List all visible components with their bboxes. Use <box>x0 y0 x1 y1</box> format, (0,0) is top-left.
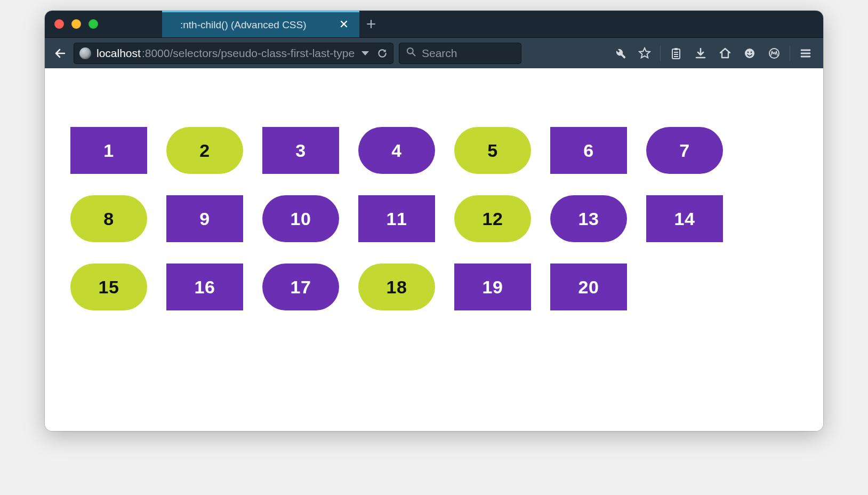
addon-icon[interactable] <box>764 43 784 63</box>
grid-box: 13 <box>550 195 627 242</box>
history-dropdown-icon[interactable] <box>361 50 369 57</box>
svg-rect-2 <box>674 48 678 50</box>
page-content: 1234567891011121314151617181920 <box>45 68 823 431</box>
home-icon[interactable] <box>715 43 735 63</box>
grid-box: 5 <box>454 127 531 174</box>
close-tab-button[interactable] <box>340 19 348 30</box>
clipboard-icon[interactable] <box>666 43 686 63</box>
reload-icon[interactable] <box>377 48 388 59</box>
browser-tab[interactable]: :nth-child() (Advanced CSS) <box>162 11 359 37</box>
downloads-icon[interactable] <box>690 43 711 63</box>
grid-box: 11 <box>358 195 435 242</box>
toolbar-divider <box>790 45 790 61</box>
svg-point-5 <box>751 51 752 53</box>
url-path: :8000/selectors/pseudo-class-first-last-… <box>142 47 356 60</box>
toolbar-divider <box>660 45 661 61</box>
maximize-window-button[interactable] <box>89 19 98 29</box>
search-icon <box>406 46 416 60</box>
back-button[interactable] <box>52 45 68 61</box>
site-identity-icon[interactable] <box>79 47 91 59</box>
search-bar[interactable]: Search <box>399 43 521 64</box>
grid-box: 6 <box>550 127 627 174</box>
grid-box: 18 <box>358 264 435 310</box>
new-tab-button[interactable] <box>359 11 383 37</box>
address-bar[interactable]: localhost :8000/selectors/pseudo-class-f… <box>74 43 393 64</box>
svg-point-3 <box>745 49 754 58</box>
toolbar-icons <box>610 43 816 63</box>
window-controls <box>54 19 98 29</box>
grid-box: 15 <box>70 264 147 310</box>
smiley-icon[interactable] <box>740 43 760 63</box>
grid-box: 12 <box>454 195 531 242</box>
toolbar: localhost :8000/selectors/pseudo-class-f… <box>45 37 823 68</box>
grid-box: 2 <box>166 127 243 174</box>
grid-box: 7 <box>646 127 723 174</box>
grid-box: 1 <box>70 127 147 174</box>
grid-box: 19 <box>454 264 531 310</box>
svg-point-6 <box>769 49 779 58</box>
svg-point-4 <box>748 51 749 53</box>
tab-title: :nth-child() (Advanced CSS) <box>180 19 307 31</box>
url-host: localhost <box>97 47 141 60</box>
browser-window: :nth-child() (Advanced CSS) localhost :8… <box>45 11 823 431</box>
grid-box: 20 <box>550 264 627 310</box>
grid-box: 3 <box>262 127 339 174</box>
grid-box: 8 <box>70 195 147 242</box>
menu-icon[interactable] <box>795 43 816 63</box>
grid-box: 9 <box>166 195 243 242</box>
grid-box: 4 <box>358 127 435 174</box>
developer-icon[interactable] <box>610 43 630 63</box>
box-grid: 1234567891011121314151617181920 <box>70 127 798 310</box>
grid-box: 10 <box>262 195 339 242</box>
grid-box: 17 <box>262 264 339 310</box>
titlebar: :nth-child() (Advanced CSS) <box>45 11 823 37</box>
grid-box: 14 <box>646 195 723 242</box>
close-window-button[interactable] <box>54 19 64 29</box>
search-placeholder: Search <box>422 47 457 60</box>
minimize-window-button[interactable] <box>71 19 81 29</box>
grid-box: 16 <box>166 264 243 310</box>
bookmark-star-icon[interactable] <box>634 43 655 63</box>
